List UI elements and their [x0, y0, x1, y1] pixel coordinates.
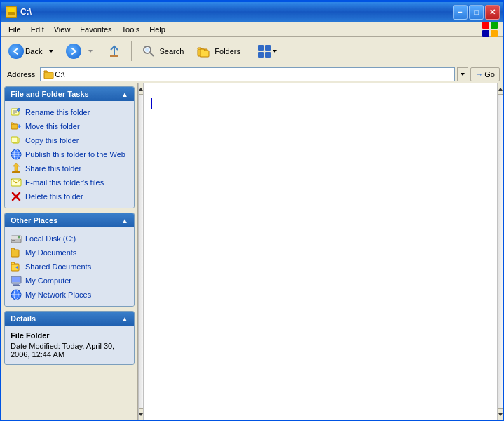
svg-rect-3	[491, 30, 498, 37]
content-scroll-down[interactable]	[498, 408, 503, 420]
details-modified: Date Modified: Today, April 30, 2006, 12…	[11, 342, 128, 359]
folders-icon	[196, 44, 212, 59]
title-controls: − □ ✕	[453, 5, 500, 20]
address-input-wrap[interactable]	[40, 67, 455, 81]
publish-icon	[11, 149, 22, 160]
go-button[interactable]: → Go	[470, 67, 500, 81]
sidebar-scroll-track	[139, 95, 143, 408]
sidebar-scroll-down[interactable]	[139, 408, 143, 420]
sidebar-scroll-up[interactable]	[139, 83, 143, 95]
details-chevron: ▲	[121, 315, 128, 323]
content-scrollbar[interactable]	[497, 83, 503, 420]
toolbar-separator-2	[250, 41, 250, 61]
svg-rect-13	[265, 52, 271, 58]
sidebar: File and Folder Tasks ▲	[1, 83, 138, 420]
forward-button[interactable]	[62, 41, 85, 62]
shared-documents-icon	[11, 261, 22, 272]
place-local-disk[interactable]: Local Disk (C:)	[8, 232, 131, 246]
place-shared-documents[interactable]: Shared Documents	[8, 260, 131, 274]
back-icon	[8, 44, 24, 59]
address-folder-icon	[43, 69, 55, 80]
place-my-documents[interactable]: My Documents	[8, 246, 131, 260]
search-button[interactable]: Search	[135, 41, 189, 62]
maximize-button[interactable]: □	[469, 5, 484, 20]
task-share[interactable]: Share this folder	[8, 161, 131, 175]
menu-bar: File Edit View Favorites Tools Help	[1, 22, 503, 37]
svg-rect-11	[265, 45, 271, 51]
details-body: File Folder Date Modified: Today, April …	[5, 326, 134, 364]
task-publish[interactable]: Publish this folder to the Web	[8, 147, 131, 161]
move-icon	[11, 121, 22, 132]
search-label: Search	[159, 47, 184, 55]
explorer-window: C:\ − □ ✕ File Edit View Favorites Tools…	[0, 0, 504, 421]
svg-rect-1	[491, 22, 498, 29]
address-label: Address	[4, 70, 38, 79]
place-my-network-places[interactable]: My Network Places	[8, 288, 131, 302]
svg-point-7	[145, 48, 149, 52]
file-folder-tasks-chevron: ▲	[121, 91, 128, 98]
windows-logo	[480, 22, 500, 37]
up-icon	[107, 44, 122, 59]
svg-point-33	[18, 236, 20, 239]
folders-button[interactable]: Folders	[191, 41, 246, 62]
task-move[interactable]: Move this folder	[8, 119, 131, 133]
file-folder-tasks-title: File and Folder Tasks	[11, 90, 89, 98]
go-label: Go	[484, 70, 495, 79]
delete-icon	[11, 191, 22, 202]
toolbar-separator-1	[131, 41, 132, 61]
content-area[interactable]	[144, 83, 497, 420]
task-delete[interactable]: Delete this folder	[8, 189, 131, 203]
task-move-label: Move this folder	[25, 122, 80, 131]
menu-help[interactable]: Help	[145, 24, 170, 35]
details-title: Details	[11, 314, 36, 323]
task-publish-label: Publish this folder to the Web	[25, 150, 125, 159]
address-dropdown[interactable]	[457, 67, 468, 81]
place-shared-documents-label: Shared Documents	[25, 262, 91, 271]
menu-edit[interactable]: Edit	[27, 24, 48, 35]
task-rename-label: Rename this folder	[25, 108, 90, 116]
my-network-icon	[11, 289, 22, 300]
address-input[interactable]	[55, 70, 451, 79]
menu-view[interactable]: View	[50, 24, 75, 35]
file-folder-tasks-header[interactable]: File and Folder Tasks ▲	[5, 87, 134, 101]
svg-rect-0	[482, 22, 489, 29]
rename-icon	[11, 107, 22, 118]
menu-file[interactable]: File	[4, 24, 25, 35]
place-my-computer[interactable]: My Computer	[8, 274, 131, 288]
title-bar-left: C:\	[6, 6, 32, 18]
other-places-title: Other Places	[11, 216, 57, 225]
svg-rect-19	[11, 124, 18, 129]
menu-favorites[interactable]: Favorites	[76, 24, 116, 35]
other-places-header[interactable]: Other Places ▲	[5, 213, 134, 227]
other-places-panel: Other Places ▲ Local Dis	[4, 213, 135, 307]
views-icon	[257, 44, 272, 59]
svg-rect-12	[258, 52, 264, 58]
forward-dropdown[interactable]	[86, 46, 95, 57]
svg-rect-9	[200, 51, 209, 57]
content-inner	[144, 83, 497, 420]
title-bar: C:\ − □ ✕	[1, 2, 503, 22]
views-button[interactable]	[254, 41, 280, 62]
svg-rect-14	[44, 72, 53, 79]
search-icon	[141, 44, 156, 59]
close-button[interactable]: ✕	[485, 5, 500, 20]
sidebar-scrollbar[interactable]	[138, 83, 144, 420]
file-folder-tasks-body: Rename this folder Move this folder	[5, 101, 134, 208]
place-my-computer-label: My Computer	[25, 276, 71, 285]
task-rename[interactable]: Rename this folder	[8, 105, 131, 119]
back-label: Back	[25, 47, 42, 55]
details-header[interactable]: Details ▲	[5, 312, 134, 326]
back-dropdown[interactable]	[47, 46, 56, 57]
task-copy-label: Copy this folder	[25, 136, 79, 145]
up-button[interactable]	[101, 41, 128, 62]
svg-rect-40	[13, 285, 20, 286]
content-scroll-up[interactable]	[498, 83, 503, 95]
task-copy[interactable]: Copy this folder	[8, 133, 131, 147]
other-places-body: Local Disk (C:) My Documents	[5, 227, 134, 306]
content-scroll[interactable]	[144, 83, 497, 420]
menu-tools[interactable]: Tools	[118, 24, 144, 35]
share-icon	[11, 163, 22, 174]
back-button[interactable]: Back	[4, 41, 46, 62]
task-email[interactable]: E-mail this folder's files	[8, 175, 131, 189]
minimize-button[interactable]: −	[453, 5, 468, 20]
